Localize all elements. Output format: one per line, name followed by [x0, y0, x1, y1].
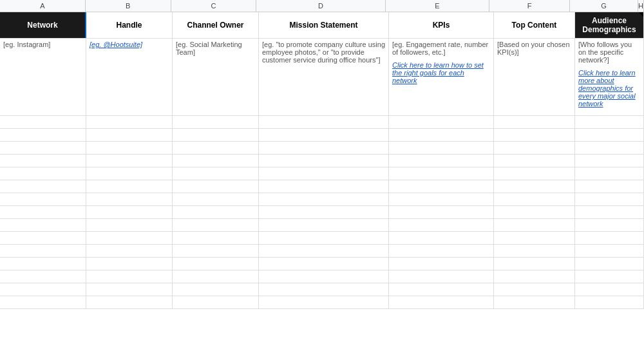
cell-a5[interactable] — [0, 155, 86, 167]
cell-g4[interactable] — [575, 142, 644, 154]
cell-a11[interactable] — [0, 232, 86, 244]
cell-c16[interactable] — [173, 296, 259, 308]
cell-d1[interactable]: [eg. "to promote company culture using e… — [259, 39, 389, 115]
cell-a9[interactable] — [0, 206, 86, 218]
cell-d13[interactable] — [259, 258, 389, 270]
cell-c14[interactable] — [173, 270, 259, 283]
cell-d10[interactable] — [259, 219, 389, 231]
kpis-header[interactable]: KPIs — [389, 12, 494, 38]
cell-g7[interactable] — [575, 180, 644, 193]
cell-c4[interactable] — [173, 142, 259, 154]
cell-g10[interactable] — [575, 219, 644, 231]
cell-e7[interactable] — [389, 180, 494, 193]
cell-g8[interactable] — [575, 193, 644, 205]
cell-d14[interactable] — [259, 270, 389, 283]
cell-c5[interactable] — [173, 155, 259, 167]
cell-c1[interactable]: [eg. Social Marketing Team] — [173, 39, 259, 115]
cell-d4[interactable] — [259, 142, 389, 154]
cell-e8[interactable] — [389, 193, 494, 205]
cell-g11[interactable] — [575, 232, 644, 244]
cell-g1[interactable]: [Who follows you on the specific network… — [575, 39, 644, 115]
cell-e4[interactable] — [389, 142, 494, 154]
cell-c15[interactable] — [173, 283, 259, 296]
cell-c6[interactable] — [173, 167, 259, 180]
cell-e10[interactable] — [389, 219, 494, 231]
cell-b13[interactable] — [86, 258, 173, 270]
cell-b15[interactable] — [86, 283, 173, 296]
cell-a13[interactable] — [0, 258, 86, 270]
cell-a2[interactable] — [0, 116, 86, 128]
cell-e5[interactable] — [389, 155, 494, 167]
cell-f1[interactable]: [Based on your chosen KPI(s)] — [494, 39, 575, 115]
cell-d16[interactable] — [259, 296, 389, 308]
cell-g15[interactable] — [575, 283, 644, 296]
cell-c11[interactable] — [173, 232, 259, 244]
cell-d11[interactable] — [259, 232, 389, 244]
cell-d5[interactable] — [259, 155, 389, 167]
cell-g6[interactable] — [575, 167, 644, 180]
cell-d9[interactable] — [259, 206, 389, 218]
cell-c13[interactable] — [173, 258, 259, 270]
channel-owner-header[interactable]: Channel Owner — [173, 12, 259, 38]
cell-b7[interactable] — [86, 180, 173, 193]
cell-g3[interactable] — [575, 129, 644, 141]
cell-b10[interactable] — [86, 219, 173, 231]
cell-f5[interactable] — [494, 155, 575, 167]
cell-g13[interactable] — [575, 258, 644, 270]
cell-f14[interactable] — [494, 270, 575, 283]
cell-b5[interactable] — [86, 155, 173, 167]
cell-d15[interactable] — [259, 283, 389, 296]
cell-c2[interactable] — [173, 116, 259, 128]
cell-a14[interactable] — [0, 270, 86, 283]
cell-c10[interactable] — [173, 219, 259, 231]
cell-d6[interactable] — [259, 167, 389, 180]
cell-g12[interactable] — [575, 245, 644, 257]
cell-a12[interactable] — [0, 245, 86, 257]
cell-g5[interactable] — [575, 155, 644, 167]
cell-b3[interactable] — [86, 129, 173, 141]
cell-e9[interactable] — [389, 206, 494, 218]
cell-f4[interactable] — [494, 142, 575, 154]
cell-e1[interactable]: [eg. Engagement rate, number of follower… — [389, 39, 494, 115]
cell-c8[interactable] — [173, 193, 259, 205]
cell-f11[interactable] — [494, 232, 575, 244]
cell-d8[interactable] — [259, 193, 389, 205]
cell-b4[interactable] — [86, 142, 173, 154]
cell-f8[interactable] — [494, 193, 575, 205]
cell-d12[interactable] — [259, 245, 389, 257]
cell-c3[interactable] — [173, 129, 259, 141]
cell-a8[interactable] — [0, 193, 86, 205]
cell-f6[interactable] — [494, 167, 575, 180]
cell-g2[interactable] — [575, 116, 644, 128]
cell-a7[interactable] — [0, 180, 86, 193]
cell-f7[interactable] — [494, 180, 575, 193]
cell-f16[interactable] — [494, 296, 575, 308]
cell-b8[interactable] — [86, 193, 173, 205]
cell-a15[interactable] — [0, 283, 86, 296]
cell-b14[interactable] — [86, 270, 173, 283]
cell-f12[interactable] — [494, 245, 575, 257]
cell-e11[interactable] — [389, 232, 494, 244]
cell-e2[interactable] — [389, 116, 494, 128]
cell-b9[interactable] — [86, 206, 173, 218]
cell-e13[interactable] — [389, 258, 494, 270]
cell-c12[interactable] — [173, 245, 259, 257]
handle-header[interactable]: Handle — [86, 12, 173, 38]
cell-d2[interactable] — [259, 116, 389, 128]
network-header[interactable]: Network — [0, 12, 86, 38]
cell-f3[interactable] — [494, 129, 575, 141]
cell-f15[interactable] — [494, 283, 575, 296]
cell-a3[interactable] — [0, 129, 86, 141]
cell-b1[interactable]: [eg. @Hootsuite] — [86, 39, 173, 115]
cell-b16[interactable] — [86, 296, 173, 308]
cell-f9[interactable] — [494, 206, 575, 218]
cell-a6[interactable] — [0, 167, 86, 180]
cell-c7[interactable] — [173, 180, 259, 193]
cell-a4[interactable] — [0, 142, 86, 154]
cell-b12[interactable] — [86, 245, 173, 257]
cell-g14[interactable] — [575, 270, 644, 283]
cell-c9[interactable] — [173, 206, 259, 218]
cell-e14[interactable] — [389, 270, 494, 283]
cell-f13[interactable] — [494, 258, 575, 270]
cell-a16[interactable] — [0, 296, 86, 308]
